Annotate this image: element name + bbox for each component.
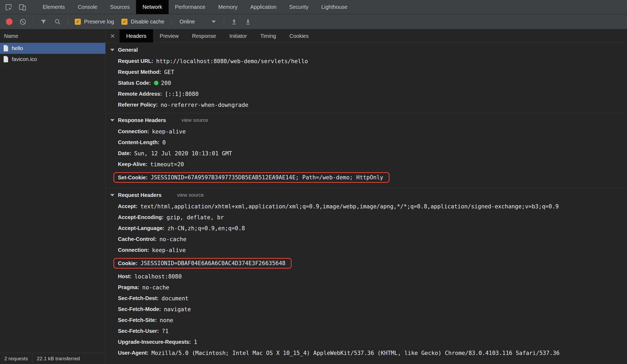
section-title: Request Headers — [118, 192, 161, 198]
header-entry-request-url: Request URL:http://localhost:8080/web-de… — [106, 56, 627, 67]
section-header-response-headers[interactable]: Response Headersview source — [106, 114, 627, 126]
header-name: Sec-Fetch-User: — [118, 328, 159, 334]
header-value: 0 — [162, 139, 166, 146]
section-header-general[interactable]: General — [106, 44, 627, 56]
header-name: Accept-Language: — [118, 225, 164, 231]
detail-tab-preview[interactable]: Preview — [153, 29, 185, 43]
filter-button[interactable] — [38, 16, 49, 28]
detail-tab-timing[interactable]: Timing — [253, 29, 283, 43]
search-button[interactable] — [51, 16, 63, 28]
header-name: Cache-Control: — [118, 236, 156, 242]
header-value: 200 — [161, 80, 171, 86]
close-icon[interactable]: × — [106, 29, 120, 43]
inspect-element-button[interactable] — [2, 0, 15, 14]
status-green-dot-icon — [154, 81, 158, 85]
tab-security[interactable]: Security — [283, 0, 315, 14]
header-entry-referrer-policy: Referrer Policy:no-referrer-when-downgra… — [106, 99, 627, 110]
header-name: Content-Length: — [118, 139, 160, 145]
header-entry-pragma: Pragma:no-cache — [106, 282, 627, 293]
header-value: keep-alive — [152, 247, 186, 253]
disable-cache-label: Disable cache — [131, 19, 164, 25]
header-name: Accept: — [118, 203, 137, 209]
header-value: localhost:8080 — [134, 273, 182, 280]
tab-memory[interactable]: Memory — [212, 0, 244, 14]
tab-network[interactable]: Network — [136, 0, 168, 14]
device-toolbar-icon — [18, 3, 26, 11]
header-value: JSESSIONID=DBAF04E6A6A6C0AC4D374E3F26635… — [140, 260, 285, 266]
toolbar-divider — [68, 18, 68, 26]
detail-tab-headers[interactable]: Headers — [120, 29, 153, 43]
header-entry-sec-fetch-mode: Sec-Fetch-Mode:navigate — [106, 304, 627, 315]
header-name: Pragma: — [118, 284, 139, 290]
import-har-button[interactable] — [228, 16, 240, 28]
device-toolbar-button[interactable] — [15, 0, 29, 14]
request-row-hello[interactable]: hello — [0, 43, 105, 54]
chevron-down-icon — [110, 119, 114, 122]
detail-tab-cookies[interactable]: Cookies — [283, 29, 315, 43]
header-entries: Connection:keep-aliveContent-Length:0Dat… — [106, 126, 627, 185]
header-value: ?1 — [162, 328, 168, 334]
export-har-button[interactable] — [242, 16, 254, 28]
detail-tab-response[interactable]: Response — [185, 29, 223, 43]
checkbox-checked-icon — [121, 19, 128, 25]
transferred-size: 22.1 kB transferred — [33, 353, 84, 364]
name-column-header[interactable]: Name — [0, 29, 105, 43]
record-icon — [6, 18, 13, 25]
header-name: Accept-Encoding: — [118, 214, 164, 220]
header-entry-set-cookie: Set-Cookie:JSESSIONID=67A9597B3497735DB5… — [106, 170, 627, 185]
record-network-log-button[interactable] — [3, 16, 15, 28]
tab-application[interactable]: Application — [244, 0, 283, 14]
headers-section-request-headers: Request Headersview sourceAccept:text/ht… — [106, 188, 627, 361]
request-detail-pane: × HeadersPreviewResponseInitiatorTimingC… — [106, 29, 627, 364]
header-name: Cookie: — [118, 260, 137, 266]
header-name: Date: — [118, 150, 131, 156]
header-name: Referrer Policy: — [118, 102, 158, 108]
tab-performance[interactable]: Performance — [169, 0, 212, 14]
network-summary-bar: 2 requests 22.1 kB transferred — [0, 353, 105, 364]
header-entry-sec-fetch-site: Sec-Fetch-Site:none — [106, 315, 627, 326]
clear-network-log-button[interactable] — [17, 16, 29, 28]
header-name: Connection: — [118, 128, 149, 135]
header-value: no-cache — [142, 284, 169, 291]
tab-elements[interactable]: Elements — [36, 0, 71, 14]
network-toolbar: Preserve log Disable cache Online — [0, 14, 627, 29]
request-list: hellofavicon.ico — [0, 43, 105, 353]
requests-count: 2 requests — [0, 353, 33, 364]
disable-cache-checkbox[interactable]: Disable cache — [121, 19, 164, 25]
toolbar-divider — [171, 18, 172, 26]
header-value: Mozilla/5.0 (Macintosh; Intel Mac OS X 1… — [151, 350, 559, 356]
header-value: text/html,application/xhtml+xml,applicat… — [140, 203, 559, 210]
tab-lighthouse[interactable]: Lighthouse — [315, 0, 354, 14]
view-source-link[interactable]: view source — [177, 192, 204, 198]
throttling-select[interactable]: Online — [180, 19, 216, 25]
header-value: GET — [164, 69, 174, 75]
tab-sources[interactable]: Sources — [104, 0, 136, 14]
headers-section-response-headers: Response Headersview sourceConnection:ke… — [106, 113, 627, 188]
header-value: 1 — [194, 339, 197, 345]
header-value: [::1]:8080 — [165, 91, 199, 97]
detail-tab-bar: × HeadersPreviewResponseInitiatorTimingC… — [106, 29, 627, 43]
toolbar-divider — [33, 18, 33, 26]
preserve-log-label: Preserve log — [84, 19, 114, 25]
section-header-request-headers[interactable]: Request Headersview source — [106, 189, 627, 201]
header-name: Set-Cookie: — [118, 175, 148, 181]
header-entry-remote-address: Remote Address:[::1]:8080 — [106, 88, 627, 99]
header-value: timeout=20 — [150, 161, 184, 168]
header-value: no-referrer-when-downgrade — [161, 102, 248, 108]
panel-tab-bar: ElementsConsoleSourcesNetworkPerformance… — [36, 0, 354, 14]
header-entry-accept-language: Accept-Language:zh-CN,zh;q=0.9,en;q=0.8 — [106, 223, 627, 234]
highlight-red-box: Set-Cookie:JSESSIONID=67A9597B3497735DB5… — [113, 172, 390, 183]
header-entries: Accept:text/html,application/xhtml+xml,a… — [106, 201, 627, 358]
preserve-log-checkbox[interactable]: Preserve log — [75, 19, 114, 25]
header-value: http://localhost:8080/web-demo/servlets/… — [156, 58, 308, 64]
document-icon — [3, 56, 9, 62]
tab-console[interactable]: Console — [71, 0, 104, 14]
header-value: none — [160, 317, 173, 323]
header-entries: Request URL:http://localhost:8080/web-de… — [106, 56, 627, 110]
view-source-link[interactable]: view source — [181, 117, 208, 123]
header-value: JSESSIONID=67A9597B3497735DB5EAB512EA9AE… — [150, 174, 383, 181]
request-name: hello — [12, 45, 23, 51]
detail-tab-initiator[interactable]: Initiator — [223, 29, 254, 43]
header-name: Host: — [118, 273, 132, 280]
request-row-favicon-ico[interactable]: favicon.ico — [0, 54, 105, 65]
